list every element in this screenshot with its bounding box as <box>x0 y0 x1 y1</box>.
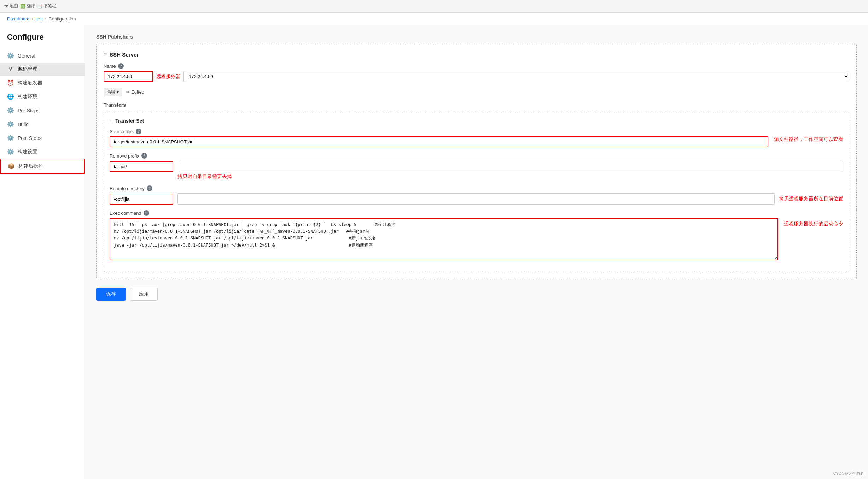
transfer-set-title: Transfer Set <box>115 118 144 124</box>
source-files-field: Source files ? 源文件路径，工作空间可以查看 <box>110 129 843 147</box>
advanced-button[interactable]: 高级 ▾ <box>104 88 122 96</box>
main-layout: Configure ⚙️ General ⑂ 源码管理 ⏰ 构建触发器 🌐 构建… <box>0 25 868 479</box>
map-label: 地图 <box>10 3 18 9</box>
sidebar-item-env[interactable]: 🌐 构建环境 <box>0 90 85 104</box>
transfer-set-header: ≡ Transfer Set <box>110 118 843 124</box>
source-icon: ⑂ <box>7 66 14 72</box>
remove-prefix-field: Remove prefix ? 拷贝时自带目录需要去掉 <box>110 153 843 180</box>
sidebar-item-settings[interactable]: ⚙️ 构建设置 <box>0 145 85 159</box>
transfer-hamburger-icon: ≡ <box>110 118 112 124</box>
exec-command-input[interactable]: kill -15 ` ps -aux |grep maven-0.0.1-SNA… <box>110 218 778 260</box>
ssh-server-title: SSH Server <box>110 52 139 58</box>
breadcrumb-current: Configuration <box>48 16 76 22</box>
postbuild-icon: 📦 <box>8 163 15 170</box>
remove-prefix-help-icon[interactable]: ? <box>141 153 147 159</box>
sidebar-label-build: Build <box>18 122 29 127</box>
source-files-help-icon[interactable]: ? <box>136 129 141 134</box>
breadcrumb: Dashboard › test › Configuration <box>0 13 868 25</box>
settings-icon: ⚙️ <box>7 148 14 155</box>
exec-command-annotation: 远程服务器执行的启动命令 <box>784 218 843 227</box>
transfers-label: Transfers <box>104 102 849 108</box>
sidebar-label-settings: 构建设置 <box>18 149 37 155</box>
remote-directory-help-icon[interactable]: ? <box>147 185 152 191</box>
general-icon: ⚙️ <box>7 52 14 59</box>
sidebar-item-poststeps[interactable]: ⚙️ Post Steps <box>0 131 85 145</box>
sidebar-title: Configure <box>0 32 85 49</box>
breadcrumb-sep-2: › <box>45 16 46 22</box>
footer-buttons: 保存 应用 <box>96 288 857 308</box>
server-select[interactable]: 172.24.4.59 <box>183 71 849 82</box>
name-input[interactable] <box>104 71 153 82</box>
pencil-icon: ✏ <box>126 90 130 95</box>
ssh-server-card: ≡ SSH Server Name ? 远程服务器 172.24.4.59 高级 <box>96 44 857 279</box>
breadcrumb-sep-1: › <box>32 16 33 22</box>
remove-prefix-annotation: 拷贝时自带目录需要去掉 <box>177 173 232 180</box>
exec-command-field: Exec command ? kill -15 ` ps -aux |grep … <box>110 210 843 260</box>
advanced-label: 高级 <box>107 89 115 95</box>
sidebar-label-postbuild: 构建后操作 <box>18 163 43 170</box>
exec-command-label: Exec command ? <box>110 210 843 216</box>
edited-text: Edited <box>131 89 144 95</box>
bookmark-label: 书签栏 <box>43 3 56 9</box>
exec-command-row: kill -15 ` ps -aux |grep maven-0.0.1-SNA… <box>110 218 843 260</box>
remote-directory-input[interactable] <box>110 194 173 205</box>
env-icon: 🌐 <box>7 93 14 100</box>
name-annotation: 远程服务器 <box>156 73 181 80</box>
map-icon-item[interactable]: 🗺 地图 <box>4 3 18 9</box>
presteps-icon: ⚙️ <box>7 107 14 114</box>
remote-directory-full-field <box>177 193 775 205</box>
sidebar-item-general[interactable]: ⚙️ General <box>0 49 85 63</box>
trigger-icon: ⏰ <box>7 79 14 86</box>
remote-directory-field: Remote directory ? 拷贝远程服务器所在目前位置 <box>110 185 843 205</box>
transfer-set-card: ≡ Transfer Set Source files ? 源文件路径，工作空间… <box>104 112 849 272</box>
hamburger-icon: ≡ <box>104 51 107 58</box>
sidebar-label-source: 源码管理 <box>18 66 37 72</box>
remove-prefix-label: Remove prefix ? <box>110 153 843 159</box>
map-icon: 🗺 <box>4 4 8 9</box>
translate-icon: 🈯 <box>20 4 25 9</box>
remote-directory-annotation: 拷贝远程服务器所在目前位置 <box>779 196 843 202</box>
name-field-row: Name ? 远程服务器 172.24.4.59 <box>104 63 849 82</box>
remove-prefix-input-row <box>110 161 843 172</box>
name-label: Name ? <box>104 63 849 69</box>
sidebar-item-trigger[interactable]: ⏰ 构建触发器 <box>0 76 85 90</box>
sidebar-item-postbuild[interactable]: 📦 构建后操作 <box>0 159 85 174</box>
edited-badge: ✏ Edited <box>126 89 144 95</box>
bookmark-icon-item[interactable]: 📑 书签栏 <box>37 3 56 9</box>
sidebar-label-env: 构建环境 <box>18 94 37 100</box>
sidebar-item-build[interactable]: ⚙️ Build <box>0 117 85 131</box>
chevron-down-icon: ▾ <box>117 90 119 95</box>
apply-button[interactable]: 应用 <box>130 288 158 301</box>
browser-bar: 🗺 地图 🈯 翻译 📑 书签栏 <box>0 0 868 13</box>
browser-icons: 🗺 地图 🈯 翻译 📑 书签栏 <box>4 3 56 9</box>
ssh-server-header: ≡ SSH Server <box>104 51 849 58</box>
remote-directory-label: Remote directory ? <box>110 185 843 191</box>
name-help-icon[interactable]: ? <box>118 63 124 69</box>
poststeps-icon: ⚙️ <box>7 135 14 141</box>
advanced-toolbar: 高级 ▾ ✏ Edited <box>104 88 849 96</box>
save-button[interactable]: 保存 <box>96 288 126 301</box>
watermark: CSDN@人生勿匆 <box>833 471 864 476</box>
sidebar-label-trigger: 构建触发器 <box>18 80 42 86</box>
source-files-input[interactable] <box>110 136 768 147</box>
remove-prefix-inline <box>110 161 843 172</box>
remove-prefix-full-input <box>179 161 843 172</box>
source-files-input-area <box>110 136 768 147</box>
remove-prefix-input[interactable] <box>110 161 173 172</box>
source-files-annotation: 源文件路径，工作空间可以查看 <box>774 136 843 143</box>
ssh-publishers-label: SSH Publishers <box>96 34 857 40</box>
source-files-label: Source files ? <box>110 129 843 134</box>
name-input-row: 远程服务器 172.24.4.59 <box>104 71 849 82</box>
sidebar-item-presteps[interactable]: ⚙️ Pre Steps <box>0 104 85 117</box>
remove-prefix-annotation-row: 拷贝时自带目录需要去掉 <box>110 173 843 180</box>
breadcrumb-test[interactable]: test <box>35 16 43 22</box>
sidebar-label-presteps: Pre Steps <box>18 108 39 113</box>
exec-command-help-icon[interactable]: ? <box>144 210 149 216</box>
translate-label: 翻译 <box>27 3 35 9</box>
breadcrumb-dashboard[interactable]: Dashboard <box>7 16 30 22</box>
translate-icon-item[interactable]: 🈯 翻译 <box>20 3 35 9</box>
sidebar-label-general: General <box>18 53 35 59</box>
sidebar-item-source[interactable]: ⑂ 源码管理 <box>0 63 85 76</box>
sidebar-label-poststeps: Post Steps <box>18 135 42 141</box>
source-files-input-row: 源文件路径，工作空间可以查看 <box>110 136 843 147</box>
